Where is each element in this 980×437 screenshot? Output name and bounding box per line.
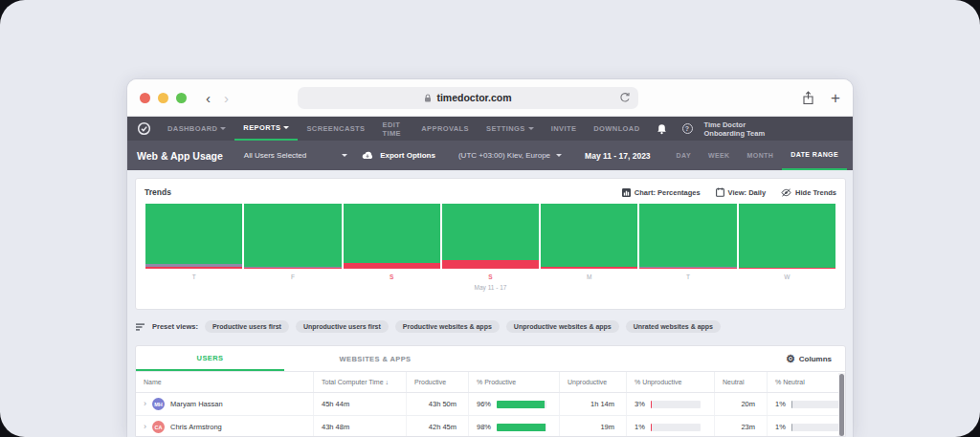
table-scrollbar[interactable] <box>838 373 845 436</box>
neutral-progress-bar <box>791 401 841 408</box>
chart-segment-unproductive <box>639 268 736 269</box>
timezone-dropdown[interactable]: (UTC +03:00) Kiev, Europe <box>458 141 562 170</box>
users-filter-dropdown[interactable]: All Users Selected <box>244 141 347 170</box>
chart-type-toggle[interactable]: Chart: Percentages <box>622 188 701 197</box>
total-time-cell: 43h 48m <box>313 416 406 437</box>
neutral-cell: 23m <box>714 416 767 437</box>
tab-month[interactable]: MONTH <box>739 141 783 170</box>
trends-title: Trends <box>145 187 171 197</box>
screenshot-canvas: ‹ › timedoctor.com + <box>0 0 980 437</box>
pct-neutral-cell: 1% <box>767 393 846 415</box>
preset-unrated-sites[interactable]: Unrated websites & apps <box>626 320 721 333</box>
table-row[interactable]: › MH Maryam Hassan 45h 44m 43h 50m 96% 1… <box>136 393 845 416</box>
chart-day-label: T <box>145 273 243 280</box>
preset-productive-sites[interactable]: Productive websites & apps <box>395 320 500 333</box>
chart-segment-productive <box>442 204 539 260</box>
cloud-download-icon <box>361 151 374 161</box>
chart-bar[interactable] <box>244 204 341 269</box>
chart-bar[interactable] <box>145 204 242 269</box>
back-icon[interactable]: ‹ <box>206 91 211 105</box>
scrollbar-thumb[interactable] <box>839 374 844 436</box>
expand-row-icon[interactable]: › <box>144 400 146 408</box>
user-name[interactable]: Chris Armstrong <box>170 423 222 431</box>
refresh-icon[interactable] <box>618 91 632 104</box>
chart-bar[interactable] <box>541 204 637 269</box>
expand-row-icon[interactable]: › <box>144 423 146 431</box>
columns-button[interactable]: ⚙ Columns <box>786 346 845 371</box>
nav-item-approvals[interactable]: APPROVALS <box>412 117 478 141</box>
col-header-pct-unproductive[interactable]: % Unproductive <box>626 372 714 392</box>
new-tab-icon[interactable]: + <box>831 90 840 106</box>
tab-day[interactable]: DAY <box>668 141 700 170</box>
nav-item-download[interactable]: DOWNLOAD <box>585 117 648 141</box>
nav-item-edit-time[interactable]: EDIT TIME <box>374 117 413 141</box>
report-subheader: Web & App Usage All Users Selected Expor… <box>127 141 853 170</box>
preset-productive-users[interactable]: Productive users first <box>205 320 289 333</box>
col-header-pct-neutral[interactable]: % Neutral <box>767 372 845 392</box>
col-header-name[interactable]: Name <box>136 372 313 392</box>
chart-segment-unproductive <box>244 268 341 269</box>
pct-unproductive-cell: 1% <box>626 416 714 437</box>
productive-progress-bar <box>497 424 546 431</box>
nav-item-reports[interactable]: REPORTS <box>234 117 298 141</box>
eye-slash-icon <box>781 188 791 197</box>
tab-users[interactable]: USERS <box>136 346 284 371</box>
col-header-pct-productive[interactable]: % Productive <box>468 372 559 392</box>
traffic-lights <box>140 93 187 103</box>
chart-segment-unproductive <box>442 260 539 269</box>
neutral-progress-bar <box>791 424 841 431</box>
page-title: Web & App Usage <box>127 141 223 170</box>
table-header-row: Name Total Computer Time ↓ Productive % … <box>136 372 845 393</box>
col-header-total-time[interactable]: Total Computer Time ↓ <box>313 372 406 392</box>
table-row[interactable]: › CA Chris Armstrong 43h 48m 42h 45m 98%… <box>136 416 845 437</box>
minimize-window-button[interactable] <box>158 93 168 103</box>
nav-item-invite[interactable]: INVITE <box>543 117 586 141</box>
bell-icon[interactable] <box>649 123 675 135</box>
pct-productive-cell: 98% <box>468 416 559 437</box>
col-header-unproductive[interactable]: Unproductive <box>559 372 626 392</box>
report-content: Trends Chart: Percentages Vi <box>127 170 853 437</box>
tab-week[interactable]: WEEK <box>700 141 739 170</box>
productive-cell: 43h 50m <box>406 393 468 415</box>
forward-icon[interactable]: › <box>224 91 229 105</box>
col-header-neutral[interactable]: Neutral <box>714 372 767 392</box>
chart-day-label: W <box>738 273 836 280</box>
zoom-window-button[interactable] <box>176 93 187 103</box>
productive-cell: 42h 45m <box>406 416 468 437</box>
chart-toggle-label: Chart: Percentages <box>635 188 701 197</box>
nav-item-dashboard[interactable]: DASHBOARD <box>159 117 234 141</box>
chart-segment-productive <box>541 204 637 267</box>
user-name[interactable]: Maryam Hassan <box>170 400 223 408</box>
chart-bars <box>145 204 836 269</box>
nav-item-settings[interactable]: SETTINGS <box>478 117 543 141</box>
chart-period-label: May 11 - 17 <box>145 284 836 291</box>
share-icon[interactable] <box>802 91 814 105</box>
preset-views-label: Preset views: <box>152 322 198 331</box>
hide-trends-button[interactable]: Hide Trends <box>781 188 836 197</box>
team-name[interactable]: Time Doctor Onboarding Team <box>701 120 786 138</box>
view-toggle[interactable]: View: Daily <box>716 187 766 197</box>
chart-bar[interactable] <box>344 204 440 269</box>
help-icon[interactable]: ? <box>675 123 701 134</box>
tab-websites-apps[interactable]: WEBSITES & APPS <box>284 346 466 371</box>
chart-day-labels: TFSSMTW <box>145 273 836 280</box>
usage-table-panel: USERS WEBSITES & APPS ⚙ Columns Name Tot… <box>135 345 846 437</box>
chevron-down-icon <box>342 154 347 157</box>
chart-bar[interactable] <box>442 204 539 269</box>
preset-unproductive-users[interactable]: Unproductive users first <box>296 320 389 333</box>
export-options-button[interactable]: Export Options <box>361 141 435 170</box>
nav-item-label: INVITE <box>551 124 577 133</box>
export-options-label: Export Options <box>380 151 435 160</box>
chart-bar[interactable] <box>639 204 736 269</box>
col-header-productive[interactable]: Productive <box>406 372 468 392</box>
nav-item-screencasts[interactable]: SCREENCASTS <box>298 117 373 141</box>
close-window-button[interactable] <box>140 93 150 103</box>
nav-item-label: SETTINGS <box>486 124 525 133</box>
timedoctor-logo-icon[interactable] <box>127 117 159 141</box>
nav-item-label: REPORTS <box>243 123 280 132</box>
chevron-down-icon <box>528 127 534 130</box>
chart-bar[interactable] <box>739 204 835 269</box>
preset-unproductive-sites[interactable]: Unproductive websites & apps <box>506 320 619 333</box>
tab-date-range[interactable]: DATE RANGE <box>782 141 847 170</box>
url-bar[interactable]: timedoctor.com <box>298 87 638 109</box>
